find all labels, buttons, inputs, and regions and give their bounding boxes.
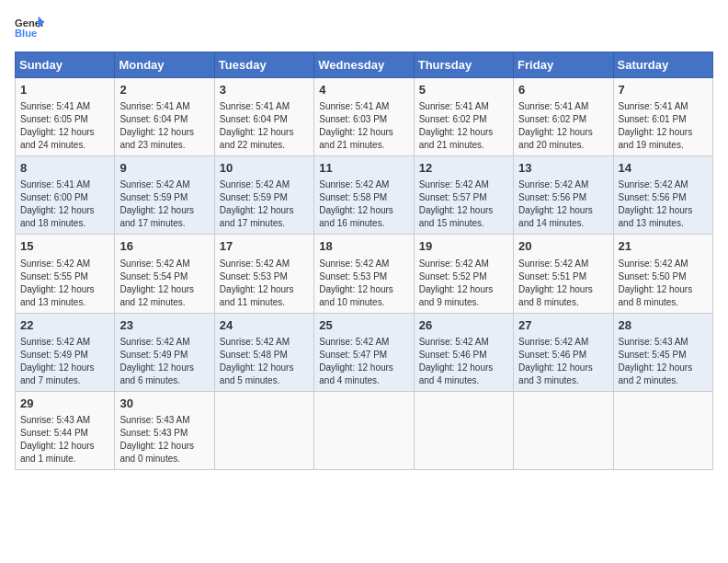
day-cell: 15Sunrise: 5:42 AM Sunset: 5:55 PM Dayli… [16, 235, 115, 313]
day-info: Sunrise: 5:43 AM Sunset: 5:45 PM Dayligh… [619, 336, 708, 387]
day-info: Sunrise: 5:43 AM Sunset: 5:43 PM Dayligh… [119, 414, 209, 465]
day-cell: 9Sunrise: 5:42 AM Sunset: 5:59 PM Daylig… [115, 156, 214, 235]
day-number: 15 [20, 238, 109, 255]
day-cell: 24Sunrise: 5:42 AM Sunset: 5:48 PM Dayli… [214, 313, 313, 391]
day-number: 29 [20, 396, 109, 412]
day-number: 18 [319, 238, 408, 255]
day-info: Sunrise: 5:42 AM Sunset: 5:54 PM Dayligh… [119, 258, 209, 309]
week-row-4: 22Sunrise: 5:42 AM Sunset: 5:49 PM Dayli… [16, 313, 713, 391]
day-cell: 19Sunrise: 5:42 AM Sunset: 5:52 PM Dayli… [414, 235, 513, 313]
day-info: Sunrise: 5:42 AM Sunset: 5:56 PM Dayligh… [619, 178, 708, 230]
day-info: Sunrise: 5:41 AM Sunset: 6:02 PM Dayligh… [419, 100, 508, 152]
day-info: Sunrise: 5:42 AM Sunset: 5:47 PM Dayligh… [319, 336, 408, 387]
day-number: 5 [419, 82, 508, 98]
day-number: 7 [619, 82, 708, 98]
day-info: Sunrise: 5:42 AM Sunset: 5:58 PM Dayligh… [319, 178, 408, 230]
day-info: Sunrise: 5:42 AM Sunset: 5:53 PM Dayligh… [220, 258, 309, 309]
day-number: 3 [220, 82, 309, 98]
day-number: 2 [119, 82, 209, 98]
day-info: Sunrise: 5:42 AM Sunset: 5:53 PM Dayligh… [319, 258, 408, 309]
day-number: 8 [20, 160, 109, 177]
day-number: 10 [220, 160, 309, 177]
day-info: Sunrise: 5:42 AM Sunset: 5:55 PM Dayligh… [20, 258, 109, 309]
calendar-header-row: SundayMondayTuesdayWednesdayThursdayFrid… [16, 52, 713, 78]
day-info: Sunrise: 5:42 AM Sunset: 5:57 PM Dayligh… [419, 178, 508, 230]
day-cell: 21Sunrise: 5:42 AM Sunset: 5:50 PM Dayli… [613, 235, 712, 313]
day-info: Sunrise: 5:42 AM Sunset: 5:52 PM Dayligh… [419, 258, 508, 309]
day-info: Sunrise: 5:42 AM Sunset: 5:46 PM Dayligh… [518, 336, 608, 387]
day-number: 4 [319, 82, 408, 98]
day-cell: 2Sunrise: 5:41 AM Sunset: 6:04 PM Daylig… [115, 78, 214, 156]
day-info: Sunrise: 5:43 AM Sunset: 5:44 PM Dayligh… [20, 414, 109, 465]
day-cell: 16Sunrise: 5:42 AM Sunset: 5:54 PM Dayli… [115, 235, 214, 313]
day-number: 16 [119, 238, 209, 255]
day-number: 30 [119, 396, 209, 412]
day-cell: 7Sunrise: 5:41 AM Sunset: 6:01 PM Daylig… [613, 78, 712, 156]
day-info: Sunrise: 5:42 AM Sunset: 5:51 PM Dayligh… [518, 258, 608, 309]
day-number: 20 [518, 238, 608, 255]
day-cell: 11Sunrise: 5:42 AM Sunset: 5:58 PM Dayli… [314, 156, 414, 235]
day-cell: 20Sunrise: 5:42 AM Sunset: 5:51 PM Dayli… [514, 235, 613, 313]
day-cell: 29Sunrise: 5:43 AM Sunset: 5:44 PM Dayli… [16, 391, 115, 469]
day-cell [214, 391, 313, 469]
day-info: Sunrise: 5:41 AM Sunset: 6:01 PM Dayligh… [619, 100, 708, 152]
header-monday: Monday [115, 52, 214, 78]
day-number: 27 [518, 317, 608, 334]
day-info: Sunrise: 5:42 AM Sunset: 5:50 PM Dayligh… [619, 258, 708, 309]
day-info: Sunrise: 5:41 AM Sunset: 6:04 PM Dayligh… [220, 100, 309, 152]
day-number: 24 [220, 317, 309, 334]
week-row-3: 15Sunrise: 5:42 AM Sunset: 5:55 PM Dayli… [16, 235, 713, 313]
day-info: Sunrise: 5:42 AM Sunset: 5:49 PM Dayligh… [119, 336, 209, 387]
day-number: 12 [419, 160, 508, 177]
day-cell [613, 391, 712, 469]
header-sunday: Sunday [16, 52, 115, 78]
header-tuesday: Tuesday [214, 52, 313, 78]
day-number: 1 [20, 82, 109, 98]
day-number: 25 [319, 317, 408, 334]
day-info: Sunrise: 5:41 AM Sunset: 6:00 PM Dayligh… [20, 178, 109, 230]
week-row-2: 8Sunrise: 5:41 AM Sunset: 6:00 PM Daylig… [16, 156, 713, 235]
header-saturday: Saturday [613, 52, 712, 78]
day-info: Sunrise: 5:42 AM Sunset: 5:56 PM Dayligh… [518, 178, 608, 230]
day-cell: 3Sunrise: 5:41 AM Sunset: 6:04 PM Daylig… [214, 78, 313, 156]
day-number: 23 [119, 317, 209, 334]
day-cell [514, 391, 613, 469]
day-cell: 25Sunrise: 5:42 AM Sunset: 5:47 PM Dayli… [314, 313, 414, 391]
day-number: 14 [619, 160, 708, 177]
day-number: 21 [619, 238, 708, 255]
day-cell: 23Sunrise: 5:42 AM Sunset: 5:49 PM Dayli… [115, 313, 214, 391]
day-cell: 17Sunrise: 5:42 AM Sunset: 5:53 PM Dayli… [214, 235, 313, 313]
day-info: Sunrise: 5:41 AM Sunset: 6:05 PM Dayligh… [20, 100, 109, 152]
day-info: Sunrise: 5:41 AM Sunset: 6:04 PM Dayligh… [119, 100, 209, 152]
day-info: Sunrise: 5:42 AM Sunset: 5:46 PM Dayligh… [419, 336, 508, 387]
header-friday: Friday [514, 52, 613, 78]
day-number: 6 [518, 82, 608, 98]
calendar-table: SundayMondayTuesdayWednesdayThursdayFrid… [15, 52, 713, 470]
day-cell: 14Sunrise: 5:42 AM Sunset: 5:56 PM Dayli… [613, 156, 712, 235]
day-info: Sunrise: 5:41 AM Sunset: 6:02 PM Dayligh… [518, 100, 608, 152]
page-header: General Blue [15, 15, 713, 40]
day-number: 28 [619, 317, 708, 334]
day-number: 19 [419, 238, 508, 255]
day-cell: 4Sunrise: 5:41 AM Sunset: 6:03 PM Daylig… [314, 78, 414, 156]
day-cell [414, 391, 513, 469]
day-cell: 28Sunrise: 5:43 AM Sunset: 5:45 PM Dayli… [613, 313, 712, 391]
day-cell [314, 391, 414, 469]
day-info: Sunrise: 5:42 AM Sunset: 5:49 PM Dayligh… [20, 336, 109, 387]
day-cell: 22Sunrise: 5:42 AM Sunset: 5:49 PM Dayli… [16, 313, 115, 391]
day-number: 26 [419, 317, 508, 334]
svg-text:Blue: Blue [15, 28, 37, 39]
week-row-5: 29Sunrise: 5:43 AM Sunset: 5:44 PM Dayli… [16, 391, 713, 469]
day-info: Sunrise: 5:42 AM Sunset: 5:59 PM Dayligh… [119, 178, 209, 230]
day-info: Sunrise: 5:41 AM Sunset: 6:03 PM Dayligh… [319, 100, 408, 152]
day-cell: 26Sunrise: 5:42 AM Sunset: 5:46 PM Dayli… [414, 313, 513, 391]
day-cell: 8Sunrise: 5:41 AM Sunset: 6:00 PM Daylig… [16, 156, 115, 235]
day-cell: 5Sunrise: 5:41 AM Sunset: 6:02 PM Daylig… [414, 78, 513, 156]
header-wednesday: Wednesday [314, 52, 414, 78]
day-number: 9 [119, 160, 209, 177]
day-number: 13 [518, 160, 608, 177]
week-row-1: 1Sunrise: 5:41 AM Sunset: 6:05 PM Daylig… [16, 78, 713, 156]
day-number: 22 [20, 317, 109, 334]
header-thursday: Thursday [414, 52, 513, 78]
day-cell: 18Sunrise: 5:42 AM Sunset: 5:53 PM Dayli… [314, 235, 414, 313]
